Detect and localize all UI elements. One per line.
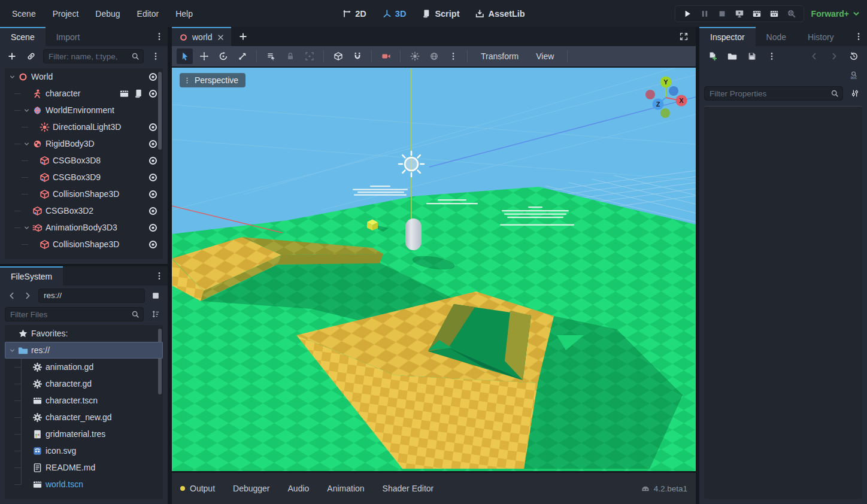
open-docs-button[interactable]: DOC: [847, 68, 861, 83]
use-snap-button[interactable]: [349, 48, 365, 64]
visibility-toggle[interactable]: [148, 139, 158, 149]
use-local-space-button[interactable]: [330, 48, 346, 64]
workspace-assetlib[interactable]: AssetLib: [475, 9, 525, 19]
axis-neg-z[interactable]: [669, 86, 678, 96]
scene-dock-menu-button[interactable]: [154, 27, 168, 46]
viewport-menu-transform[interactable]: Transform: [474, 51, 526, 61]
new-resource-button[interactable]: [705, 49, 720, 63]
inspector-tab-inspector[interactable]: Inspector: [699, 27, 756, 46]
play-custom-scene-button[interactable]: [769, 9, 779, 19]
scene-tree-row[interactable]: character: [5, 85, 163, 102]
scene-dock-tab-scene[interactable]: Scene: [0, 27, 46, 46]
instance-scene-button[interactable]: [24, 49, 38, 63]
pause-button[interactable]: [700, 9, 710, 19]
viewport-menu-view[interactable]: View: [529, 51, 561, 61]
visibility-toggle[interactable]: [148, 223, 158, 233]
scene-tree-menu-button[interactable]: [148, 49, 163, 63]
menu-editor[interactable]: Editor: [131, 7, 165, 21]
menu-project[interactable]: Project: [47, 7, 85, 21]
workspace-3d[interactable]: 3D: [382, 9, 407, 19]
list-select-button[interactable]: [263, 48, 279, 64]
preview-sun-button[interactable]: [407, 48, 423, 64]
filesystem-row[interactable]: README.md: [5, 459, 163, 476]
visibility-toggle[interactable]: [148, 206, 158, 216]
save-resource-button[interactable]: [745, 49, 759, 63]
fs-back-button[interactable]: [5, 289, 19, 303]
fs-sort-button[interactable]: [148, 307, 163, 321]
movie-maker-button[interactable]: [787, 9, 796, 19]
stop-button[interactable]: [717, 9, 727, 19]
workspace-script[interactable]: Script: [422, 9, 459, 19]
filesystem-dock-menu-button[interactable]: [154, 266, 168, 286]
tool-rotate-button[interactable]: [215, 48, 231, 64]
filesystem-row[interactable]: res://: [5, 342, 163, 359]
scene-tree-row[interactable]: DirectionalLight3D: [5, 119, 163, 135]
visibility-toggle[interactable]: [148, 172, 158, 183]
scene-tree-row[interactable]: WorldEnvironment: [5, 102, 163, 119]
bottom-panel-animation[interactable]: Animation: [327, 484, 364, 493]
visibility-toggle[interactable]: [148, 156, 158, 166]
resource-extra-menu-button[interactable]: [765, 49, 779, 63]
filesystem-tab-filesystem[interactable]: FileSystem: [0, 266, 63, 286]
inspector-filter-input[interactable]: [704, 86, 843, 101]
visibility-toggle[interactable]: [148, 72, 158, 82]
scene-tree-row[interactable]: CollisionShape3D: [5, 186, 163, 202]
inspector-dock-menu-button[interactable]: [854, 27, 867, 46]
inspector-extra-filter-button[interactable]: [848, 86, 862, 101]
menu-debug[interactable]: Debug: [89, 7, 126, 21]
filesystem-row[interactable]: character.gd: [5, 375, 163, 392]
new-scene-tab-button[interactable]: [231, 27, 255, 46]
filesystem-row[interactable]: world.tscn: [5, 476, 163, 493]
script-button[interactable]: [134, 89, 144, 99]
scene-tree-row[interactable]: AnimationBody3D3: [5, 219, 163, 236]
scene-tree-row[interactable]: CSGBox3D8: [5, 152, 163, 169]
play-scene-button[interactable]: [752, 9, 762, 19]
bottom-panel-debugger[interactable]: Debugger: [233, 484, 270, 493]
scene-tree-row[interactable]: RigidBody3D: [5, 135, 163, 152]
camera-preview-button[interactable]: [378, 48, 394, 64]
remote-debug-button[interactable]: [735, 9, 744, 19]
fs-path-input[interactable]: [38, 289, 145, 303]
scene-instance-button[interactable]: [119, 89, 129, 99]
fs-forward-button[interactable]: [20, 289, 35, 303]
object-history-button[interactable]: [847, 49, 861, 63]
tool-select-button[interactable]: [177, 48, 193, 64]
bottom-panel-output[interactable]: Output: [180, 484, 215, 493]
workspace-2d[interactable]: 2D: [342, 9, 366, 19]
filesystem-row[interactable]: character_new.gd: [5, 409, 163, 426]
bottom-panel-shader-editor[interactable]: Shader Editor: [383, 484, 434, 493]
menu-scene[interactable]: Scene: [6, 7, 42, 21]
history-back-button[interactable]: [807, 49, 821, 63]
menu-help[interactable]: Help: [169, 7, 199, 21]
viewport-3d[interactable]: Y X Z: [172, 68, 696, 471]
add-node-button[interactable]: [5, 49, 19, 63]
scene-dock-tab-import[interactable]: Import: [46, 27, 91, 46]
filesystem-row[interactable]: character.tscn: [5, 392, 163, 409]
filesystem-row[interactable]: gridmaterial.tres: [5, 426, 163, 442]
fs-toggle-split-button[interactable]: [148, 289, 163, 303]
tool-scale-button[interactable]: [234, 48, 250, 64]
filesystem-row[interactable]: animation.gd: [5, 359, 163, 375]
favorites-header[interactable]: Favorites:: [5, 325, 163, 342]
lock-node-button[interactable]: [282, 48, 298, 64]
close-icon[interactable]: [216, 33, 225, 42]
visibility-toggle[interactable]: [148, 122, 158, 132]
perspective-menu[interactable]: Perspective: [180, 73, 245, 87]
axis-neg-y[interactable]: [660, 108, 670, 118]
expand-viewport-button[interactable]: [672, 27, 696, 46]
play-button[interactable]: [683, 9, 692, 19]
directional-light-gizmo[interactable]: [399, 151, 424, 177]
scene-tree-row[interactable]: World: [5, 68, 163, 85]
tool-move-button[interactable]: [196, 48, 212, 64]
visibility-toggle[interactable]: [148, 89, 158, 99]
scene-tab-world[interactable]: world: [172, 27, 231, 46]
axis-neg-x[interactable]: [645, 90, 655, 99]
inspector-tab-node[interactable]: Node: [756, 27, 797, 46]
visibility-toggle[interactable]: [148, 239, 158, 250]
scene-filter-input[interactable]: [43, 49, 144, 63]
scene-tree-row[interactable]: CSGBox3D9: [5, 169, 163, 186]
bottom-panel-audio[interactable]: Audio: [288, 484, 310, 493]
visibility-toggle[interactable]: [148, 189, 158, 199]
extra-view-menu-button[interactable]: [445, 48, 461, 64]
scene-tree-row[interactable]: CSGBox3D2: [5, 202, 163, 219]
